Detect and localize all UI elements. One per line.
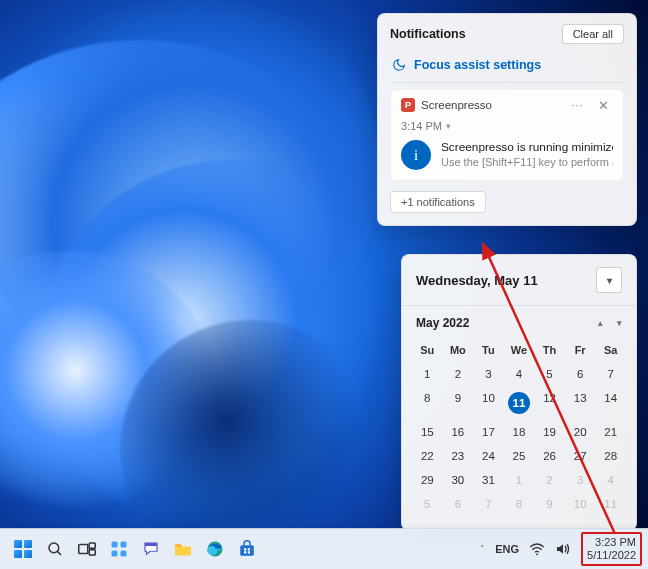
calendar-day[interactable]: 20 bbox=[565, 420, 596, 444]
search-button[interactable] bbox=[40, 534, 70, 564]
calendar-day[interactable]: 2 bbox=[443, 362, 474, 386]
notifications-panel: Notifications Clear all Focus assist set… bbox=[377, 13, 637, 226]
calendar-day[interactable]: 26 bbox=[534, 444, 565, 468]
task-view-button[interactable] bbox=[72, 534, 102, 564]
calendar-day[interactable]: 8 bbox=[412, 386, 443, 420]
focus-assist-row[interactable]: Focus assist settings bbox=[390, 52, 624, 83]
volume-button[interactable] bbox=[555, 542, 571, 556]
calendar-day[interactable]: 10 bbox=[473, 386, 504, 420]
more-notifications-button[interactable]: +1 notifications bbox=[390, 191, 486, 213]
svg-point-1 bbox=[49, 543, 59, 553]
svg-line-2 bbox=[57, 551, 61, 555]
taskbar-clock[interactable]: 3:23 PM 5/11/2022 bbox=[581, 532, 642, 565]
collapse-calendar-button[interactable]: ▾ bbox=[596, 267, 622, 293]
svg-rect-10 bbox=[145, 543, 157, 546]
calendar-day[interactable]: 1 bbox=[504, 468, 535, 492]
calendar-day[interactable]: 4 bbox=[595, 468, 626, 492]
svg-rect-3 bbox=[79, 545, 88, 554]
calendar-day[interactable]: 18 bbox=[504, 420, 535, 444]
calendar-grid: SuMoTuWeThFrSa 1234567891011121314151617… bbox=[402, 334, 636, 530]
calendar-day[interactable]: 2 bbox=[534, 468, 565, 492]
calendar-day[interactable]: 6 bbox=[565, 362, 596, 386]
calendar-day[interactable]: 15 bbox=[412, 420, 443, 444]
calendar-day[interactable]: 5 bbox=[412, 492, 443, 516]
svg-rect-12 bbox=[240, 545, 254, 556]
svg-rect-6 bbox=[112, 542, 118, 548]
notification-card[interactable]: P Screenpresso ··· ✕ 3:14 PM ▾ i Screenp… bbox=[390, 89, 624, 181]
calendar-day[interactable]: 13 bbox=[565, 386, 596, 420]
calendar-day[interactable]: 4 bbox=[504, 362, 535, 386]
calendar-next-button[interactable]: ▾ bbox=[617, 318, 622, 328]
calendar-day[interactable]: 23 bbox=[443, 444, 474, 468]
calendar-day[interactable]: 22 bbox=[412, 444, 443, 468]
calendar-month-label[interactable]: May 2022 bbox=[416, 316, 469, 330]
chat-button[interactable] bbox=[136, 534, 166, 564]
moon-icon bbox=[392, 58, 406, 72]
wifi-button[interactable] bbox=[529, 542, 545, 556]
start-button[interactable] bbox=[8, 534, 38, 564]
calendar-day[interactable]: 7 bbox=[595, 362, 626, 386]
calendar-day[interactable]: 6 bbox=[443, 492, 474, 516]
notification-title: Screenpresso is running minimized. bbox=[441, 140, 613, 154]
chat-icon bbox=[142, 540, 160, 558]
calendar-dow: Su bbox=[412, 338, 443, 362]
calendar-day[interactable]: 8 bbox=[504, 492, 535, 516]
tray-overflow-button[interactable]: ˄ bbox=[480, 544, 485, 554]
calendar-day[interactable]: 19 bbox=[534, 420, 565, 444]
folder-icon bbox=[173, 541, 193, 557]
calendar-day[interactable]: 1 bbox=[412, 362, 443, 386]
calendar-day[interactable]: 16 bbox=[443, 420, 474, 444]
edge-button[interactable] bbox=[200, 534, 230, 564]
calendar-day[interactable]: 9 bbox=[443, 386, 474, 420]
widgets-button[interactable] bbox=[104, 534, 134, 564]
calendar-day[interactable]: 7 bbox=[473, 492, 504, 516]
calendar-day[interactable]: 5 bbox=[534, 362, 565, 386]
calendar-dow: Tu bbox=[473, 338, 504, 362]
calendar-day[interactable]: 17 bbox=[473, 420, 504, 444]
calendar-day[interactable]: 3 bbox=[473, 362, 504, 386]
svg-rect-14 bbox=[248, 548, 250, 550]
task-view-icon bbox=[78, 542, 96, 556]
taskbar: ˄ ENG 3:23 PM 5/11/2022 bbox=[0, 528, 648, 569]
calendar-day[interactable]: 24 bbox=[473, 444, 504, 468]
calendar-day[interactable]: 25 bbox=[504, 444, 535, 468]
windows-logo-icon bbox=[14, 540, 32, 558]
calendar-day[interactable]: 29 bbox=[412, 468, 443, 492]
calendar-dow: Mo bbox=[443, 338, 474, 362]
widgets-icon bbox=[110, 540, 128, 558]
focus-assist-link[interactable]: Focus assist settings bbox=[414, 58, 541, 72]
calendar-day[interactable]: 9 bbox=[534, 492, 565, 516]
notification-app-name: Screenpresso bbox=[421, 99, 492, 111]
file-explorer-button[interactable] bbox=[168, 534, 198, 564]
calendar-day[interactable]: 11 bbox=[504, 386, 535, 420]
calendar-day[interactable]: 11 bbox=[595, 492, 626, 516]
wifi-icon bbox=[529, 542, 545, 556]
calendar-day[interactable]: 10 bbox=[565, 492, 596, 516]
calendar-day[interactable]: 30 bbox=[443, 468, 474, 492]
search-icon bbox=[46, 540, 64, 558]
calendar-day[interactable]: 3 bbox=[565, 468, 596, 492]
svg-rect-5 bbox=[89, 550, 95, 555]
clear-all-button[interactable]: Clear all bbox=[562, 24, 624, 44]
microsoft-store-button[interactable] bbox=[232, 534, 262, 564]
svg-point-17 bbox=[536, 553, 538, 555]
calendar-day[interactable]: 28 bbox=[595, 444, 626, 468]
chevron-down-icon: ▾ bbox=[607, 275, 612, 286]
calendar-day[interactable]: 14 bbox=[595, 386, 626, 420]
chevron-down-icon[interactable]: ▾ bbox=[446, 121, 451, 131]
calendar-day[interactable]: 21 bbox=[595, 420, 626, 444]
calendar-day[interactable]: 27 bbox=[565, 444, 596, 468]
calendar-prev-button[interactable]: ▴ bbox=[598, 318, 603, 328]
language-indicator[interactable]: ENG bbox=[495, 543, 519, 555]
speaker-icon bbox=[555, 542, 571, 556]
calendar-day[interactable]: 12 bbox=[534, 386, 565, 420]
app-icon: P bbox=[401, 98, 415, 112]
calendar-day[interactable]: 31 bbox=[473, 468, 504, 492]
calendar-dow: Sa bbox=[595, 338, 626, 362]
taskbar-time: 3:23 PM bbox=[587, 536, 636, 549]
notification-close-button[interactable]: ✕ bbox=[594, 99, 613, 112]
notifications-title: Notifications bbox=[390, 27, 466, 41]
notification-menu-button[interactable]: ··· bbox=[567, 98, 588, 112]
calendar-full-date: Wednesday, May 11 bbox=[416, 273, 538, 288]
svg-rect-8 bbox=[112, 551, 118, 557]
